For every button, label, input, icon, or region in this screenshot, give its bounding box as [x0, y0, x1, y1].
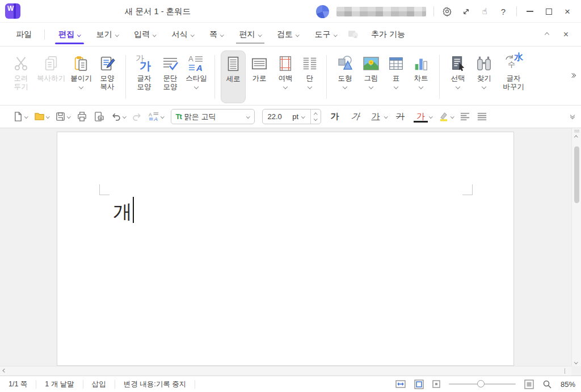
print-button[interactable] — [74, 109, 90, 124]
close-button[interactable]: × — [562, 6, 573, 17]
ribbon-style-button[interactable]: A A 스타일 — [184, 50, 209, 103]
split-view-handle[interactable] — [574, 130, 579, 132]
menu-tab-format[interactable]: 서식 — [166, 23, 200, 47]
chevron-down-icon — [314, 117, 317, 120]
toolbar-expand-button[interactable] — [571, 115, 574, 119]
ribbon-paste-button[interactable]: 붙이기 — [69, 50, 94, 103]
ribbon-picture-button[interactable]: 그림 — [359, 50, 384, 103]
ribbon-columns-button[interactable]: 단 — [299, 50, 321, 103]
settings-gear-icon[interactable] — [441, 6, 453, 17]
redo-button[interactable] — [129, 109, 145, 124]
font-color-button[interactable]: 가 — [411, 109, 435, 124]
ribbon-para-shape-button[interactable]: 문단 모양 — [158, 50, 183, 103]
scroll-down-button[interactable] — [574, 360, 578, 364]
ribbon-char-shape-button[interactable]: 가가 글자 모양 — [132, 50, 157, 103]
align-left-icon — [460, 111, 470, 122]
menu-tab-label: 보기 — [96, 29, 112, 40]
save-floppy-icon — [55, 111, 66, 122]
fit-page-button[interactable] — [414, 380, 424, 389]
italic-button[interactable]: 가 — [346, 108, 365, 125]
chevron-down-icon — [419, 85, 423, 89]
word-count[interactable]: 1 개 낱말 — [36, 380, 82, 389]
zoom-magnifier-button[interactable] — [542, 380, 552, 389]
ribbon-group-divider — [125, 55, 126, 99]
scroll-up-button[interactable] — [574, 136, 578, 139]
ribbon-replace-button[interactable]: 水 수 글자 바꾸기 — [498, 50, 529, 103]
font-size-select[interactable]: 22.0 pt — [262, 109, 321, 124]
ribbon-label: 붙이기 — [70, 74, 92, 83]
font-size-stepper[interactable] — [310, 109, 321, 124]
zoom-decrease-button[interactable] — [432, 380, 440, 388]
zoom-slider-knob[interactable] — [477, 380, 485, 387]
ribbon-copy-button[interactable]: 복사하기 — [35, 50, 68, 103]
vertical-scrollbar-thumb[interactable] — [574, 146, 579, 203]
fit-width-button[interactable] — [395, 380, 406, 389]
align-justify-icon — [477, 111, 487, 122]
document-area[interactable]: 개 — [0, 128, 581, 376]
menu-file[interactable]: 파일 — [9, 29, 39, 40]
window-title: 새 문서 1 - 혼워드 — [95, 0, 220, 23]
scroll-left-button[interactable] — [3, 369, 6, 372]
highlight-color-button[interactable] — [436, 109, 456, 124]
undo-button[interactable] — [108, 109, 128, 124]
align-left-button[interactable] — [457, 109, 473, 124]
zoom-level[interactable]: 85% — [561, 380, 575, 389]
menu-tab-label: 검토 — [277, 29, 293, 40]
zoom-slider[interactable] — [449, 380, 516, 388]
chevron-down-icon — [24, 115, 28, 118]
menu-tab-review[interactable]: 검토 — [271, 23, 305, 47]
menu-tab-page[interactable]: 쪽 — [204, 23, 229, 47]
ribbon-format-copy-button[interactable]: 모양 복사 — [95, 50, 120, 103]
ribbon-cut-button[interactable]: 오려 두기 — [9, 50, 33, 103]
table-icon — [388, 53, 405, 74]
horizontal-scrollbar[interactable] — [0, 366, 571, 376]
quick-style-icon: AA — [149, 111, 159, 122]
ribbon-chart-button[interactable]: 차트 — [409, 50, 433, 103]
ribbon-collapse-button[interactable] — [544, 32, 549, 36]
horizontal-scrollbar-handle[interactable] — [565, 368, 567, 374]
page-indicator[interactable]: 1/1 쪽 — [0, 380, 36, 389]
menu-tab-edit[interactable]: 편집 — [53, 23, 86, 47]
chevron-down-icon — [220, 33, 224, 36]
vertical-scrollbar[interactable] — [571, 128, 581, 366]
ribbon-landscape-button[interactable]: 가로 — [247, 50, 272, 103]
menu-tab-mail[interactable]: 편지 — [234, 23, 267, 47]
align-justify-button[interactable] — [474, 109, 490, 124]
ribbon-find-button[interactable]: 찾기 — [471, 50, 496, 103]
ribbon-label: 모양 복사 — [100, 74, 115, 91]
document-page[interactable] — [57, 132, 514, 366]
ribbon-select-button[interactable]: 선택 — [445, 50, 470, 103]
new-document-button[interactable] — [10, 109, 30, 124]
insert-mode-indicator[interactable]: 삽입 — [83, 380, 115, 389]
font-name-select[interactable]: Tt 맑은 고딕 — [171, 109, 255, 124]
maximize-button[interactable] — [543, 6, 554, 17]
touch-mode-hand-icon[interactable]: ☝ — [479, 6, 490, 17]
chevron-down-icon — [384, 115, 388, 118]
save-button[interactable] — [53, 109, 73, 124]
zoom-increase-button[interactable] — [524, 380, 534, 389]
document-text[interactable]: 개 — [113, 197, 134, 225]
ribbon-table-button[interactable]: 표 — [385, 50, 407, 103]
user-avatar[interactable] — [316, 5, 329, 18]
chevron-down-icon — [194, 85, 199, 89]
ribbon-margins-button[interactable]: 여백 — [273, 50, 298, 103]
menu-tab-tools[interactable]: 도구 — [309, 23, 343, 47]
menu-tab-addons[interactable]: 추가 기능 — [365, 23, 411, 47]
ribbon-expand-button[interactable] — [572, 74, 575, 77]
help-button[interactable]: ? — [498, 6, 509, 17]
open-document-button[interactable] — [32, 109, 52, 124]
track-changes-indicator[interactable]: 변경 내용:기록 중지 — [115, 380, 195, 389]
menu-tab-view[interactable]: 보기 — [91, 23, 124, 47]
ribbon-label: 글자 바꾸기 — [503, 74, 524, 91]
quick-style-button[interactable]: AA — [146, 109, 166, 124]
underline-button[interactable]: 가 — [367, 108, 390, 125]
fullscreen-expand-icon[interactable] — [460, 6, 471, 17]
bold-button[interactable]: 가 — [326, 108, 344, 125]
ribbon-shapes-button[interactable]: 도형 — [332, 50, 357, 103]
menu-tab-input[interactable]: 입력 — [128, 23, 162, 47]
minimize-button[interactable] — [524, 6, 536, 17]
print-preview-button[interactable] — [91, 109, 107, 124]
ribbon-close-button[interactable]: × — [563, 29, 569, 40]
ribbon-portrait-button[interactable]: 세로 — [221, 50, 246, 103]
strikethrough-button[interactable]: 가 — [391, 108, 410, 125]
